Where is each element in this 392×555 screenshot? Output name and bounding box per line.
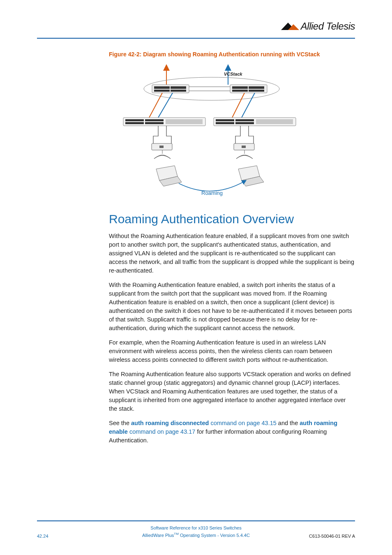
svg-rect-30 [216, 119, 234, 121]
laptop-right-icon [238, 166, 264, 186]
footer-page-number: 42.24 [37, 534, 48, 539]
page-header: Allied Telesis [37, 21, 355, 36]
stack-switch-right-icon [230, 85, 267, 93]
paragraph-4: The Roaming Authentication feature also … [109, 370, 355, 413]
svg-rect-15 [232, 90, 248, 92]
section-heading: Roaming Authentication Overview [109, 212, 355, 226]
svg-line-21 [232, 93, 244, 118]
svg-rect-16 [249, 90, 264, 92]
figure-caption: Figure 42-2: Diagram showing Roaming Aut… [109, 51, 355, 58]
footer-version: Operating System - Version 5.4.4C [179, 533, 250, 538]
svg-rect-27 [145, 122, 164, 124]
link-auth-roaming-disconnected[interactable]: auth roaming disconnected [131, 420, 209, 426]
p5-pre: See the [109, 420, 131, 426]
laptop-left-icon [156, 166, 182, 186]
allied-telesis-mark-icon [281, 22, 299, 31]
content-area: Figure 42-2: Diagram showing Roaming Aut… [109, 51, 355, 445]
svg-rect-32 [216, 122, 234, 124]
access-point-left-icon [152, 143, 172, 159]
vcstack-diagram-svg: VCStack [109, 64, 312, 200]
paragraph-1: Without the Roaming Authentication featu… [109, 232, 355, 275]
svg-rect-10 [154, 90, 170, 92]
brand-text: Allied Telesis [301, 21, 355, 32]
brand-logo: Allied Telesis [281, 21, 355, 32]
svg-rect-26 [125, 122, 144, 124]
stack-switch-left-icon [152, 85, 189, 93]
footer-doc-rev: C613-50046-01 REV A [309, 534, 355, 539]
link-auth-roaming-enable-page[interactable]: command on page 43.17 [128, 428, 195, 435]
footer-product-name: AlliedWare Plus [142, 533, 174, 538]
svg-rect-13 [232, 86, 248, 89]
page-container: Allied Telesis Figure 42-2: Diagram show… [0, 0, 392, 555]
p5-mid: and the [277, 420, 300, 426]
page-footer: Software Reference for x310 Series Switc… [37, 520, 355, 539]
paragraph-5: See the auth roaming disconnected comman… [109, 419, 355, 445]
svg-rect-24 [125, 119, 144, 121]
svg-rect-34 [256, 119, 293, 124]
footer-line-2: AlliedWare PlusTM Operating System - Ver… [37, 532, 355, 539]
svg-rect-14 [249, 86, 264, 89]
header-divider [37, 38, 355, 39]
svg-rect-33 [235, 122, 254, 124]
edge-switch-right-icon [214, 118, 296, 126]
svg-rect-8 [154, 86, 170, 89]
svg-rect-11 [171, 90, 186, 92]
paragraph-3: For example, when the Roaming Authentica… [109, 338, 355, 364]
svg-rect-9 [171, 86, 186, 89]
footer-center: Software Reference for x310 Series Switc… [37, 525, 355, 539]
link-auth-roaming-disconnected-page[interactable]: command on page 43.15 [209, 420, 276, 426]
figure-diagram: VCStack [109, 64, 312, 200]
vcstack-label: VCStack [224, 72, 243, 76]
svg-rect-36 [159, 146, 164, 148]
svg-rect-25 [145, 119, 164, 121]
access-point-right-icon [234, 143, 254, 159]
footer-line-1: Software Reference for x310 Series Switc… [37, 525, 355, 532]
svg-rect-31 [235, 119, 254, 121]
paragraph-2: With the Roaming Authentication feature … [109, 281, 355, 333]
footer-trademark: TM [174, 532, 179, 536]
footer-divider [37, 520, 355, 521]
svg-rect-28 [166, 119, 203, 124]
roaming-label: Roaming [201, 190, 223, 196]
svg-rect-39 [242, 146, 246, 148]
svg-line-22 [242, 93, 255, 118]
edge-switch-left-icon [123, 118, 205, 126]
